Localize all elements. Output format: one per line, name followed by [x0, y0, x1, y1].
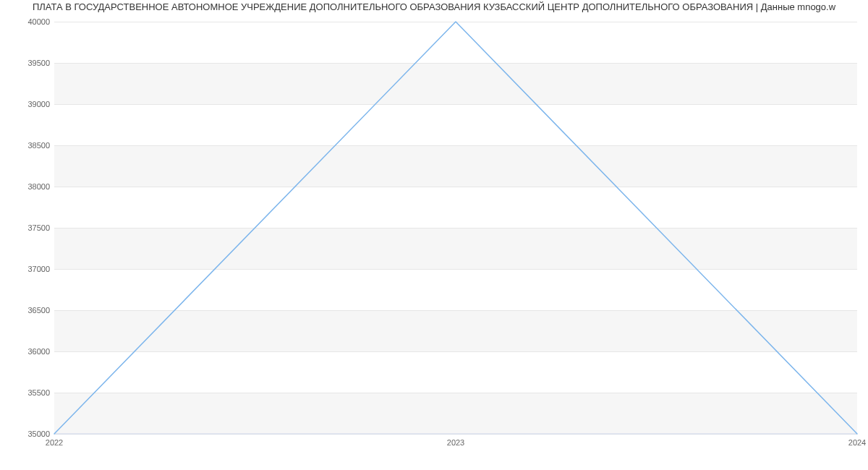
- y-tick-label: 36000: [27, 347, 54, 356]
- y-tick-label: 39500: [27, 59, 54, 67]
- series-line: [54, 22, 857, 434]
- y-tick-label: 37500: [27, 223, 54, 232]
- y-tick-label: 37000: [27, 265, 54, 273]
- line-layer: [54, 22, 857, 434]
- y-tick-label: 38500: [27, 141, 54, 150]
- y-tick-label: 38000: [27, 182, 54, 191]
- x-tick-label: 2022: [46, 434, 63, 447]
- y-tick-label: 40000: [27, 17, 54, 26]
- chart-title: ПЛАТА В ГОСУДАРСТВЕННОЕ АВТОНОМНОЕ УЧРЕЖ…: [0, 1, 868, 12]
- plot-area: 3500035500360003650037000375003800038500…: [54, 22, 857, 434]
- x-tick-label: 2024: [848, 434, 866, 447]
- chart-container: ПЛАТА В ГОСУДАРСТВЕННОЕ АВТОНОМНОЕ УЧРЕЖ…: [0, 0, 868, 470]
- y-tick-label: 36500: [27, 306, 54, 315]
- y-tick-label: 39000: [27, 100, 54, 108]
- x-tick-label: 2023: [447, 434, 464, 447]
- y-tick-label: 35500: [27, 388, 54, 397]
